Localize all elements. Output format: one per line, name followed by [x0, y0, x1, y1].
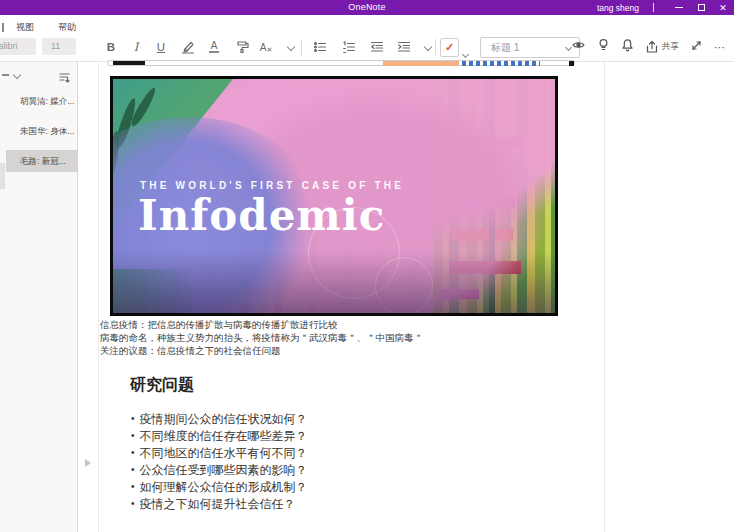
- clipped-highlight-fragment: [383, 61, 459, 66]
- numbered-list-icon: [342, 40, 356, 54]
- font-color-button[interactable]: A: [203, 37, 225, 57]
- outdent-icon: [370, 40, 384, 54]
- highlighter-icon: [181, 40, 195, 54]
- lightbulb-icon: [597, 38, 610, 52]
- bell-icon: [621, 38, 634, 52]
- notebook-dropdown-chevron[interactable]: [13, 71, 21, 79]
- tag-dropdown-chevron[interactable]: [463, 43, 468, 61]
- fullscreen-icon: [690, 39, 703, 52]
- page-list-item-selected[interactable]: 毛路: 新冠...: [6, 150, 78, 172]
- question-item[interactable]: 不同地区的信任水平有何不同？: [131, 445, 308, 462]
- page-canvas[interactable]: THE WORLD'S FIRST CASE OF THE Infodemic …: [78, 62, 734, 532]
- menu-view[interactable]: 视图: [4, 21, 46, 34]
- format-painter-button[interactable]: [231, 37, 253, 57]
- font-size-combo[interactable]: 11: [42, 38, 76, 55]
- bold-button[interactable]: B: [100, 37, 122, 57]
- page-right-guide: [604, 62, 605, 532]
- section-heading[interactable]: 研究问题: [130, 375, 194, 396]
- share-icon: [645, 40, 659, 54]
- notebook-label-fragment: [2, 74, 9, 76]
- style-selected-label: 标题 1: [491, 42, 519, 53]
- clear-formatting-icon: A: [260, 42, 267, 53]
- page-left-guide: [98, 62, 99, 532]
- fullscreen-button[interactable]: [690, 38, 703, 56]
- chevron-down-icon: [287, 43, 295, 51]
- minimize-icon: [675, 7, 683, 8]
- note-line[interactable]: 关注的议题：信息疫情之下的社会信任问题: [100, 344, 570, 357]
- clipped-text-fragment: [569, 61, 574, 66]
- question-item[interactable]: 疫情之下如何提升社会信任？: [131, 496, 308, 513]
- page-list-item[interactable]: 朱国华: 身体...: [0, 120, 78, 142]
- underline-button[interactable]: U: [150, 37, 172, 57]
- question-item[interactable]: 不同维度的信任存在哪些差异？: [131, 428, 308, 445]
- image-title-text: Infodemic: [138, 191, 385, 240]
- bullet-list-button[interactable]: [309, 37, 331, 57]
- sort-icon: [58, 71, 71, 84]
- paragraph-handle[interactable]: [85, 459, 91, 467]
- share-label: 共享: [662, 41, 679, 53]
- toolbar-divider: [435, 39, 436, 55]
- toolbar-divider: [301, 39, 302, 55]
- italic-button[interactable]: I: [125, 37, 147, 57]
- highlighter-button[interactable]: [177, 37, 199, 57]
- chevron-down-icon: [424, 43, 432, 51]
- maximize-button[interactable]: [690, 0, 712, 15]
- font-color-icon: A: [211, 41, 218, 51]
- ribbon: 视图 帮助 Calibri 11 B I U A A✕: [0, 15, 734, 62]
- maximize-icon: [698, 4, 705, 11]
- sidebar-edge-fragment: [0, 163, 5, 189]
- menu-help[interactable]: 帮助: [46, 21, 88, 34]
- notifications-button[interactable]: [621, 38, 634, 56]
- indent-icon: [397, 40, 411, 54]
- reading-view-button[interactable]: [571, 38, 586, 56]
- font-options-chevron[interactable]: [280, 37, 302, 57]
- sort-pages-button[interactable]: [58, 70, 71, 88]
- question-list[interactable]: 疫情期间公众的信任状况如何？ 不同维度的信任存在哪些差异？ 不同地区的信任水平有…: [131, 411, 308, 513]
- onenote-window: OneNote tang sheng ✕ 视图 帮助 Calibri 11 B …: [0, 0, 734, 532]
- image-kicker-text: THE WORLD'S FIRST CASE OF THE: [140, 180, 404, 191]
- close-button[interactable]: ✕: [712, 0, 734, 15]
- eye-icon: [571, 38, 586, 52]
- note-line[interactable]: 病毒的命名，种族主义势力的抬头，将疫情称为＂武汉病毒＂、＂中国病毒＂: [100, 331, 570, 344]
- check-icon: ✓: [445, 41, 454, 54]
- titlebar-divider: [653, 3, 654, 12]
- outdent-button[interactable]: [366, 37, 388, 57]
- minimize-button[interactable]: [668, 0, 690, 15]
- share-button[interactable]: 共享: [645, 40, 679, 54]
- titlebar: OneNote tang sheng ✕: [0, 0, 734, 15]
- question-item[interactable]: 疫情期间公众的信任状况如何？: [131, 411, 308, 428]
- question-item[interactable]: 公众信任受到哪些因素的影响？: [131, 462, 308, 479]
- tell-me-button[interactable]: [597, 38, 610, 56]
- note-paragraphs[interactable]: 信息疫情：把信息的传播扩散与病毒的传播扩散进行比较 病毒的命名，种族主义势力的抬…: [100, 318, 570, 357]
- clear-formatting-button[interactable]: A✕: [255, 37, 277, 57]
- page-list-item[interactable]: 胡翼清: 媒介...: [0, 90, 78, 112]
- numbered-list-button[interactable]: [338, 37, 360, 57]
- format-painter-icon: [235, 40, 249, 54]
- font-name-combo[interactable]: Calibri: [0, 38, 36, 55]
- clipped-text-fragment: [113, 61, 145, 65]
- note-line[interactable]: 信息疫情：把信息的传播扩散与病毒的传播扩散进行比较: [100, 318, 570, 331]
- clipped-link-fragment: [462, 61, 540, 66]
- chevron-down-icon: [462, 51, 469, 58]
- question-item[interactable]: 如何理解公众信任的形成机制？: [131, 479, 308, 496]
- pages-sidebar: 胡翼清: 媒介... 朱国华: 身体... 毛路: 新冠...: [0, 62, 78, 532]
- account-name[interactable]: tang sheng: [591, 3, 653, 13]
- infodemic-image[interactable]: THE WORLD'S FIRST CASE OF THE Infodemic: [110, 76, 558, 316]
- bullet-list-icon: [313, 40, 327, 54]
- more-button[interactable]: ⋯: [714, 41, 726, 54]
- tag-checkbox[interactable]: ✓: [440, 38, 459, 57]
- style-dropdown[interactable]: 标题 1: [480, 37, 580, 58]
- indent-button[interactable]: [393, 37, 415, 57]
